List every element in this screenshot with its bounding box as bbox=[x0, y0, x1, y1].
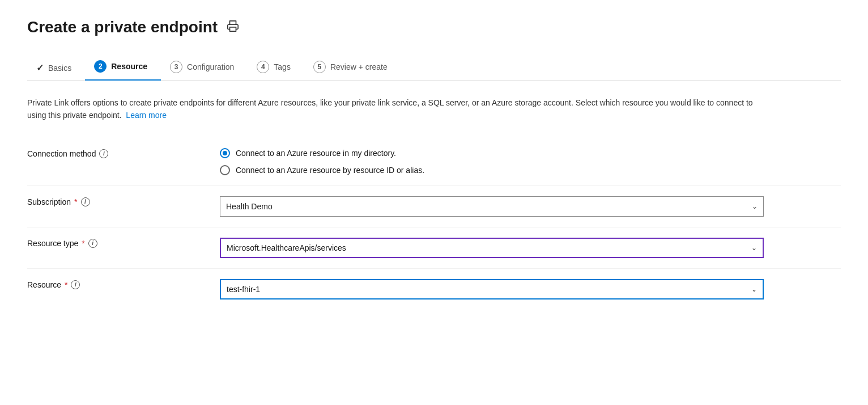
resource-dropdown[interactable]: test-fhir-1 ⌄ bbox=[220, 279, 764, 299]
radio-option-directory[interactable]: Connect to an Azure resource in my direc… bbox=[220, 148, 841, 158]
tab-configuration[interactable]: 3 Configuration bbox=[161, 55, 248, 80]
connection-method-info-icon[interactable]: i bbox=[99, 149, 108, 158]
resource-type-info-icon[interactable]: i bbox=[88, 239, 97, 248]
connection-method-radio-group: Connect to an Azure resource in my direc… bbox=[220, 148, 841, 175]
resource-type-label-col: Resource type * i bbox=[27, 238, 220, 248]
tab-resource[interactable]: 2 Resource bbox=[85, 54, 161, 81]
resource-required-star: * bbox=[65, 280, 67, 289]
connection-method-row: Connection method i Connect to an Azure … bbox=[27, 138, 841, 185]
resource-type-row: Resource type * i Microsoft.HealthcareAp… bbox=[27, 227, 841, 268]
resource-dropdown-value: test-fhir-1 bbox=[227, 285, 260, 294]
page-title-row: Create a private endpoint bbox=[27, 18, 841, 36]
basics-checkmark: ✓ bbox=[36, 62, 44, 73]
learn-more-link[interactable]: Learn more bbox=[126, 111, 167, 120]
tab-review-create[interactable]: 5 Review + create bbox=[304, 55, 401, 80]
resource-control-col: test-fhir-1 ⌄ bbox=[220, 279, 841, 299]
subscription-control-col: Health Demo ⌄ bbox=[220, 196, 841, 217]
tab-review-create-badge: 5 bbox=[313, 61, 326, 73]
form-section: Connection method i Connect to an Azure … bbox=[27, 138, 841, 310]
resource-type-required-star: * bbox=[82, 239, 84, 248]
resource-dropdown-arrow: ⌄ bbox=[751, 285, 757, 293]
resource-label-col: Resource * i bbox=[27, 279, 220, 289]
wizard-tabs: ✓ Basics 2 Resource 3 Configuration 4 Ta… bbox=[27, 54, 841, 81]
subscription-info-icon[interactable]: i bbox=[81, 197, 90, 206]
tab-review-create-label: Review + create bbox=[330, 62, 388, 71]
print-icon[interactable] bbox=[227, 20, 239, 35]
connection-method-control-col: Connect to an Azure resource in my direc… bbox=[220, 148, 841, 175]
resource-type-dropdown[interactable]: Microsoft.HealthcareApis/services ⌄ bbox=[220, 238, 764, 258]
resource-label: Resource bbox=[27, 280, 61, 289]
description-text: Private Link offers options to create pr… bbox=[27, 96, 764, 122]
radio-label-resource-id: Connect to an Azure resource by resource… bbox=[236, 166, 424, 175]
tab-tags-label: Tags bbox=[274, 62, 291, 71]
page-title: Create a private endpoint bbox=[27, 18, 218, 36]
radio-option-resource-id[interactable]: Connect to an Azure resource by resource… bbox=[220, 165, 841, 175]
subscription-dropdown-arrow: ⌄ bbox=[752, 202, 758, 210]
resource-row: Resource * i test-fhir-1 ⌄ bbox=[27, 268, 841, 310]
radio-circle-resource-id bbox=[220, 165, 230, 175]
svg-rect-0 bbox=[230, 27, 236, 31]
subscription-row: Subscription * i Health Demo ⌄ bbox=[27, 185, 841, 227]
tab-basics-label: Basics bbox=[48, 64, 71, 73]
resource-type-dropdown-value: Microsoft.HealthcareApis/services bbox=[227, 243, 346, 252]
tab-configuration-badge: 3 bbox=[170, 61, 182, 73]
subscription-dropdown-value: Health Demo bbox=[226, 202, 273, 211]
tab-tags-badge: 4 bbox=[257, 61, 269, 73]
radio-label-directory: Connect to an Azure resource in my direc… bbox=[236, 149, 396, 158]
subscription-required-star: * bbox=[74, 197, 77, 206]
tab-tags[interactable]: 4 Tags bbox=[248, 55, 304, 80]
tab-configuration-label: Configuration bbox=[187, 62, 234, 71]
connection-method-label-col: Connection method i bbox=[27, 148, 220, 158]
resource-info-icon[interactable]: i bbox=[71, 280, 80, 289]
subscription-label: Subscription bbox=[27, 197, 71, 206]
subscription-dropdown[interactable]: Health Demo ⌄ bbox=[220, 196, 764, 217]
connection-method-label: Connection method bbox=[27, 149, 96, 158]
tab-resource-label: Resource bbox=[111, 62, 147, 71]
resource-type-dropdown-arrow: ⌄ bbox=[751, 244, 757, 252]
page-container: Create a private endpoint ✓ Basics 2 Res… bbox=[0, 0, 868, 405]
radio-circle-directory bbox=[220, 148, 230, 158]
tab-basics[interactable]: ✓ Basics bbox=[27, 57, 85, 80]
tab-resource-badge: 2 bbox=[94, 60, 107, 73]
resource-type-control-col: Microsoft.HealthcareApis/services ⌄ bbox=[220, 238, 841, 258]
subscription-label-col: Subscription * i bbox=[27, 196, 220, 206]
resource-type-label: Resource type bbox=[27, 239, 78, 248]
